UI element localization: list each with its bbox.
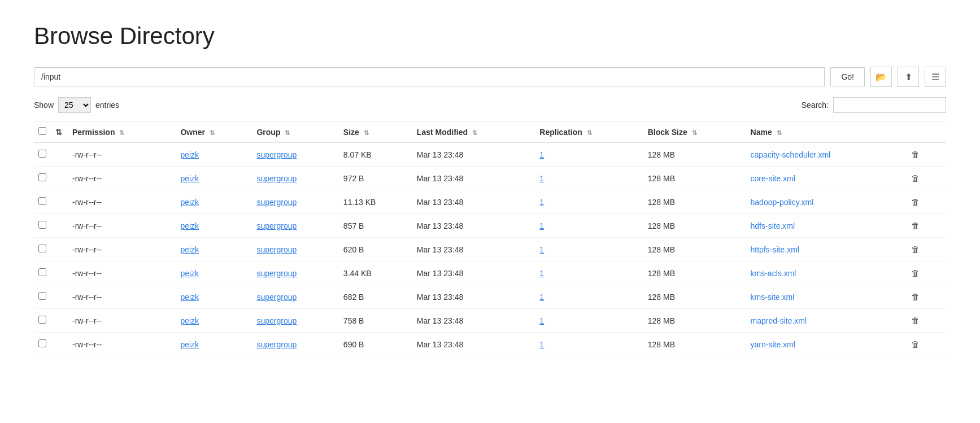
row-checkbox[interactable] (38, 292, 46, 300)
delete-button[interactable]: 🗑 (908, 172, 923, 184)
row-owner[interactable]: peizk (176, 333, 252, 356)
row-name[interactable]: hadoop-policy.xml (746, 190, 903, 214)
sort-icon-size: ⇅ (364, 129, 369, 136)
row-name[interactable]: mapred-site.xml (746, 309, 903, 333)
th-replication[interactable]: Replication ⇅ (535, 121, 643, 143)
path-input[interactable] (34, 67, 825, 86)
row-group[interactable]: supergroup (252, 261, 338, 285)
th-last-modified[interactable]: Last Modified ⇅ (412, 121, 535, 143)
row-group[interactable]: supergroup (252, 238, 338, 261)
row-group[interactable]: supergroup (252, 333, 338, 356)
row-size: 682 B (339, 285, 412, 309)
row-name[interactable]: httpfs-site.xml (746, 238, 903, 261)
row-last-modified: Mar 13 23:48 (412, 261, 535, 285)
row-checkbox[interactable] (38, 221, 46, 229)
row-replication[interactable]: 1 (535, 238, 643, 261)
th-name[interactable]: Name ⇅ (746, 121, 903, 143)
delete-button[interactable]: 🗑 (908, 243, 923, 255)
row-name[interactable]: hdfs-site.xml (746, 214, 903, 238)
row-name[interactable]: capacity-scheduler.xml (746, 143, 903, 167)
folder-button[interactable]: 📂 (870, 67, 892, 87)
sort-icon-replication: ⇅ (587, 129, 592, 136)
row-owner[interactable]: peizk (176, 190, 252, 214)
row-replication[interactable]: 1 (535, 190, 643, 214)
row-replication[interactable]: 1 (535, 143, 643, 167)
table-row: -rw-r--r-- peizk supergroup 758 B Mar 13… (34, 309, 946, 333)
th-permission-label: Permission (72, 128, 115, 137)
row-last-modified: Mar 13 23:48 (412, 333, 535, 356)
row-owner[interactable]: peizk (176, 285, 252, 309)
upload-icon: ⬆ (905, 72, 912, 82)
row-owner[interactable]: peizk (176, 214, 252, 238)
go-button[interactable]: Go! (830, 67, 865, 86)
row-replication[interactable]: 1 (535, 285, 643, 309)
entries-select[interactable]: 10 25 50 100 (58, 97, 91, 113)
table-row: -rw-r--r-- peizk supergroup 620 B Mar 13… (34, 238, 946, 261)
entries-label: entries (95, 101, 119, 110)
th-group[interactable]: Group ⇅ (252, 121, 338, 143)
row-delete-cell: 🗑 (903, 190, 946, 214)
row-group[interactable]: supergroup (252, 143, 338, 167)
row-name[interactable]: kms-acls.xml (746, 261, 903, 285)
table-header-row: ⇅ Permission ⇅ Owner ⇅ Group ⇅ Size ⇅ (34, 121, 946, 143)
row-delete-cell: 🗑 (903, 238, 946, 261)
row-checkbox[interactable] (38, 197, 46, 205)
delete-button[interactable]: 🗑 (908, 338, 923, 350)
row-checkbox[interactable] (38, 316, 46, 324)
list-button[interactable]: ☰ (925, 67, 946, 87)
th-size[interactable]: Size ⇅ (339, 121, 412, 143)
row-block-size: 128 MB (643, 309, 746, 333)
delete-button[interactable]: 🗑 (908, 149, 923, 160)
row-name[interactable]: yarn-site.xml (746, 333, 903, 356)
delete-button[interactable]: 🗑 (908, 315, 923, 326)
show-label: Show (34, 101, 54, 110)
th-block-size[interactable]: Block Size ⇅ (643, 121, 746, 143)
upload-button[interactable]: ⬆ (898, 67, 919, 87)
row-last-modified: Mar 13 23:48 (412, 214, 535, 238)
row-group[interactable]: supergroup (252, 190, 338, 214)
row-owner[interactable]: peizk (176, 309, 252, 333)
row-checkbox-cell (34, 333, 51, 356)
th-actions (903, 121, 946, 143)
row-group[interactable]: supergroup (252, 167, 338, 190)
delete-button[interactable]: 🗑 (908, 196, 923, 208)
row-checkbox[interactable] (38, 173, 46, 181)
row-checkbox[interactable] (38, 150, 46, 158)
delete-button[interactable]: 🗑 (908, 267, 923, 279)
row-checkbox[interactable] (38, 339, 46, 347)
row-seq (51, 309, 68, 333)
th-permission[interactable]: Permission ⇅ (68, 121, 176, 143)
row-block-size: 128 MB (643, 333, 746, 356)
row-group[interactable]: supergroup (252, 285, 338, 309)
row-owner[interactable]: peizk (176, 238, 252, 261)
row-owner[interactable]: peizk (176, 261, 252, 285)
row-replication[interactable]: 1 (535, 309, 643, 333)
th-seq[interactable]: ⇅ (51, 121, 68, 143)
row-permission: -rw-r--r-- (68, 261, 176, 285)
row-replication[interactable]: 1 (535, 261, 643, 285)
delete-button[interactable]: 🗑 (908, 291, 923, 303)
row-permission: -rw-r--r-- (68, 333, 176, 356)
row-replication[interactable]: 1 (535, 214, 643, 238)
row-delete-cell: 🗑 (903, 214, 946, 238)
row-replication[interactable]: 1 (535, 167, 643, 190)
row-checkbox[interactable] (38, 268, 46, 276)
row-owner[interactable]: peizk (176, 167, 252, 190)
row-group[interactable]: supergroup (252, 214, 338, 238)
row-name[interactable]: core-site.xml (746, 167, 903, 190)
row-owner[interactable]: peizk (176, 143, 252, 167)
row-last-modified: Mar 13 23:48 (412, 143, 535, 167)
row-checkbox[interactable] (38, 245, 46, 252)
row-permission: -rw-r--r-- (68, 238, 176, 261)
th-owner[interactable]: Owner ⇅ (176, 121, 252, 143)
row-name[interactable]: kms-site.xml (746, 285, 903, 309)
select-all-checkbox[interactable] (38, 127, 46, 135)
table-row: -rw-r--r-- peizk supergroup 3.44 KB Mar … (34, 261, 946, 285)
row-block-size: 128 MB (643, 214, 746, 238)
row-permission: -rw-r--r-- (68, 309, 176, 333)
row-group[interactable]: supergroup (252, 309, 338, 333)
delete-button[interactable]: 🗑 (908, 220, 923, 232)
search-input[interactable] (833, 97, 946, 113)
row-block-size: 128 MB (643, 190, 746, 214)
row-replication[interactable]: 1 (535, 333, 643, 356)
